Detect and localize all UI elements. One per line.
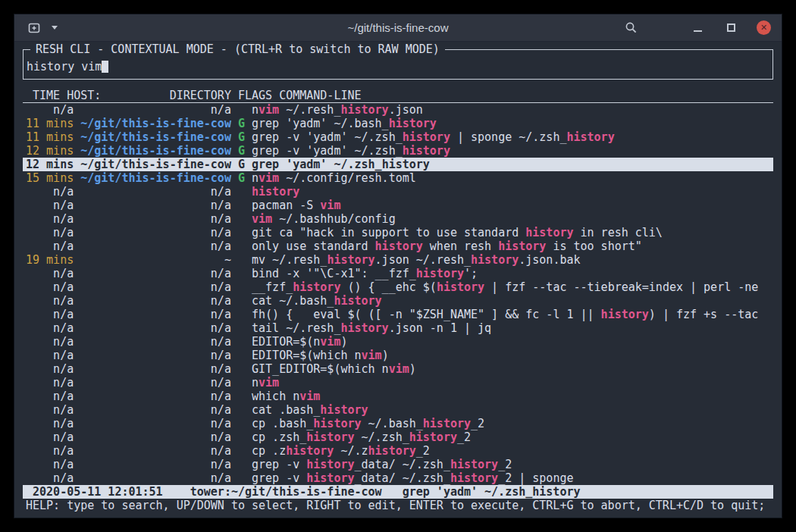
- history-row[interactable]: n/a n/a nvim ~/.resh_history.json: [23, 103, 773, 117]
- history-row[interactable]: n/a n/a only use standard history when r…: [23, 239, 773, 253]
- history-row[interactable]: n/a n/a tail ~/.resh_history.json -n 1 |…: [23, 321, 773, 335]
- search-frame: RESH CLI - CONTEXTUAL MODE - (CTRL+R to …: [23, 49, 773, 80]
- history-row[interactable]: n/a n/a vim ~/.bashhub/config: [23, 212, 773, 226]
- history-row[interactable]: n/a n/a cat ~/.bash_history: [23, 294, 773, 308]
- history-row[interactable]: n/a n/a pacman -S vim: [23, 199, 773, 212]
- text-cursor-block: [102, 61, 108, 73]
- history-row[interactable]: n/a n/a GIT_EDITOR=$(which nvim): [23, 362, 773, 376]
- chevron-down-icon: [52, 26, 58, 30]
- history-row[interactable]: n/a n/a which nvim: [23, 390, 773, 403]
- terminal-window: ~/git/this-is-fine-cow ✕: [14, 14, 782, 518]
- status-bar: 2020-05-11 12:01:51 tower:~/git/this-is-…: [23, 485, 773, 499]
- history-row[interactable]: n/a n/a EDITOR=$(which nvim): [23, 349, 773, 362]
- new-tab-dropdown-button[interactable]: [47, 20, 62, 36]
- history-row[interactable]: n/a n/a nvim: [23, 376, 773, 390]
- history-row[interactable]: n/a n/a cat .bash_history: [23, 403, 773, 417]
- search-button[interactable]: [623, 20, 638, 36]
- history-rows: n/a n/a nvim ~/.resh_history.json11 mins…: [23, 103, 773, 485]
- history-row[interactable]: n/a n/a grep -v history_data/ ~/.zsh_his…: [23, 471, 773, 485]
- history-row[interactable]: n/a n/a EDITOR=$(nvim): [23, 335, 773, 349]
- history-row[interactable]: n/a n/a __fzf_history () { __ehc $(histo…: [23, 280, 773, 294]
- minimize-button[interactable]: [690, 20, 705, 36]
- history-row[interactable]: n/a n/a cp .zsh_history ~/.zsh_history_2: [23, 430, 773, 444]
- menu-button[interactable]: [657, 20, 672, 36]
- history-row[interactable]: 19 mins ~ mv ~/.resh_history.json ~/.res…: [23, 253, 773, 267]
- mode-title: RESH CLI - CONTEXTUAL MODE - (CTRL+R to …: [30, 42, 445, 56]
- new-tab-icon: [28, 22, 40, 34]
- history-row[interactable]: n/a n/a cp .zhistory ~/.zhistory_2: [23, 444, 773, 458]
- history-row[interactable]: n/a n/a bind -x '"\C-x1": __fzf_history'…: [23, 267, 773, 280]
- history-row[interactable]: 11 mins ~/git/this-is-fine-cow G grep 'y…: [23, 117, 773, 130]
- history-row[interactable]: n/a n/a fh() { eval $( ([ -n "$ZSH_NAME"…: [23, 308, 773, 321]
- history-row[interactable]: n/a n/a git ca "hack in support to use s…: [23, 226, 773, 239]
- close-button[interactable]: ✕: [757, 20, 771, 35]
- titlebar: ~/git/this-is-fine-cow ✕: [14, 14, 782, 42]
- help-bar: HELP: type to search, UP/DOWN to select,…: [23, 499, 773, 512]
- close-icon: ✕: [760, 23, 767, 32]
- history-row[interactable]: 11 mins ~/git/this-is-fine-cow G grep -v…: [23, 130, 773, 144]
- history-row[interactable]: n/a n/a cp .bash_history ~/.bash_history…: [23, 417, 773, 430]
- new-tab-button[interactable]: [27, 20, 42, 36]
- history-row[interactable]: n/a n/a grep -v history_data/ ~/.zsh_his…: [23, 458, 773, 471]
- terminal-content: RESH CLI - CONTEXTUAL MODE - (CTRL+R to …: [14, 42, 782, 518]
- history-row[interactable]: 15 mins ~/git/this-is-fine-cow G nvim ~/…: [23, 171, 773, 185]
- table-header: TIME HOST: DIRECTORY FLAGS COMMAND-LINE: [23, 89, 773, 103]
- history-row[interactable]: 12 mins ~/git/this-is-fine-cow G grep 'y…: [23, 158, 773, 171]
- restore-button[interactable]: [723, 20, 738, 36]
- minimize-icon: [694, 30, 702, 32]
- history-row[interactable]: 12 mins ~/git/this-is-fine-cow G grep -v…: [23, 144, 773, 158]
- history-row[interactable]: n/a n/a history: [23, 185, 773, 199]
- restore-icon: [727, 23, 735, 32]
- window-title: ~/git/this-is-fine-cow: [348, 21, 449, 34]
- search-query-text: history vim: [27, 60, 102, 74]
- search-icon: [625, 21, 638, 34]
